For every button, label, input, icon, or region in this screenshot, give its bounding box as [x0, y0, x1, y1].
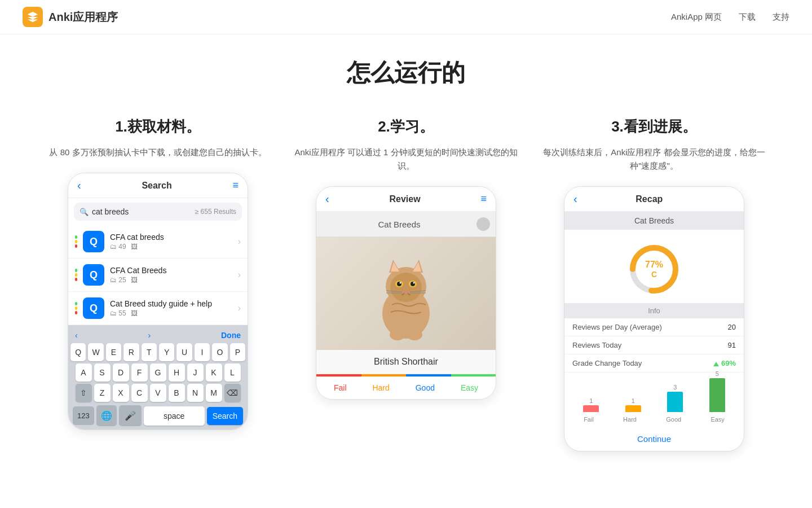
key-s[interactable]: S — [94, 364, 111, 382]
key-b[interactable]: B — [169, 384, 185, 402]
deck-list: Q CFA cat breeds 🗂 49 🖼 › — [68, 225, 248, 325]
nav-download[interactable]: 下载 — [739, 12, 756, 23]
step-2-title: 2.学习。 — [378, 117, 434, 137]
keyboard-row-1: Q W E R T Y U I O P — [70, 343, 245, 361]
bar-chart-labels: Fail Hard Good Easy — [570, 414, 738, 423]
step-3-title: 3.看到进展。 — [611, 117, 697, 137]
deck-item-3[interactable]: Q Cat Breed study guide + help 🗂 55 🖼 › — [68, 292, 248, 325]
phone-search-header: ‹ Search ≡ — [68, 173, 248, 198]
back-button[interactable]: ‹ — [77, 179, 81, 192]
deck-color-bars-1 — [75, 235, 77, 248]
kb-back-btn[interactable]: ‹ — [75, 331, 78, 340]
deck-cards-3: 🗂 55 — [110, 309, 126, 317]
key-x[interactable]: X — [113, 384, 129, 402]
main-nav: AnkiApp 网页 下载 支持 — [671, 12, 789, 23]
key-search[interactable]: Search — [207, 407, 243, 425]
recap-donut-container: 77% C — [564, 230, 744, 303]
phone-search: ‹ Search ≡ 🔍 cat breeds ≥ 655 Results — [68, 173, 248, 430]
btn-easy[interactable]: Easy — [461, 383, 478, 392]
bar-chart-bars: 1 1 3 5 — [570, 378, 738, 412]
kb-forward-btn[interactable]: › — [148, 331, 151, 340]
bar-col-fail: 1 — [583, 397, 599, 412]
logo-text: Anki应用程序 — [48, 10, 118, 25]
key-w[interactable]: W — [88, 343, 103, 361]
deck-img-1: 🖼 — [131, 243, 138, 251]
key-v[interactable]: V — [150, 384, 166, 402]
deck-icon-1: Q — [83, 231, 104, 252]
key-e[interactable]: E — [106, 343, 121, 361]
key-i[interactable]: I — [195, 343, 210, 361]
review-back-btn[interactable]: ‹ — [325, 192, 329, 205]
step-2-column: 2.学习。 Anki应用程序 可以通过 1 分钟或更短的时间快速测试您的知识。 … — [282, 117, 530, 452]
recap-stat-value-1: 20 — [728, 323, 736, 331]
deck-info-2: CFA Cat Breeds 🗂 25 🖼 — [110, 266, 232, 284]
key-h[interactable]: H — [169, 364, 185, 382]
donut-label: 77% C — [645, 260, 663, 279]
bar-col-easy: 5 — [709, 370, 725, 412]
deck-item-2[interactable]: Q CFA Cat Breeds 🗂 25 🖼 › — [68, 259, 248, 292]
key-u[interactable]: U — [176, 343, 192, 361]
svg-point-19 — [407, 329, 422, 340]
key-d[interactable]: D — [113, 364, 129, 382]
continue-button[interactable]: Continue — [637, 434, 671, 444]
nav-support[interactable]: 支持 — [773, 12, 789, 23]
keyboard: ‹ › Done Q W E R T Y U I O P A — [68, 325, 248, 430]
bar-green-3 — [75, 302, 77, 305]
deck-item-1[interactable]: Q CFA cat breeds 🗂 49 🖼 › — [68, 225, 248, 259]
bar-label-good: Good — [666, 416, 681, 423]
recap-stat-label-1: Reviews per Day (Average) — [572, 323, 662, 331]
bar-yellow — [75, 240, 77, 243]
key-f[interactable]: F — [131, 364, 148, 382]
donut-percent: 77% — [645, 260, 663, 270]
btn-good[interactable]: Good — [416, 383, 435, 392]
deck-info-1: CFA cat breeds 🗂 49 🖼 — [110, 233, 232, 251]
search-bar[interactable]: 🔍 cat breeds ≥ 655 Results — [74, 203, 242, 221]
recap-continue[interactable]: Continue — [564, 427, 744, 451]
bar-yellow-3 — [75, 306, 77, 310]
key-c[interactable]: C — [131, 384, 148, 402]
review-card: Cat Breeds — [316, 212, 496, 399]
hamburger-icon[interactable]: ≡ — [232, 179, 239, 191]
deck-meta-1: 🗂 49 🖼 — [110, 243, 232, 251]
key-y[interactable]: Y — [159, 343, 174, 361]
key-q[interactable]: Q — [70, 343, 86, 361]
key-j[interactable]: J — [187, 364, 204, 382]
bar-rect-fail — [583, 405, 599, 412]
review-hamburger-icon[interactable]: ≡ — [480, 193, 487, 205]
bar-num-fail: 1 — [589, 397, 593, 404]
review-card-image — [316, 237, 496, 350]
deck-arrow-1: › — [238, 237, 241, 247]
key-g[interactable]: G — [150, 364, 166, 382]
key-delete[interactable]: ⌫ — [224, 384, 241, 402]
recap-back-btn[interactable]: ‹ — [573, 192, 577, 205]
kb-done-btn[interactable]: Done — [221, 331, 241, 340]
key-o[interactable]: O — [212, 343, 227, 361]
bar-green-2 — [75, 269, 77, 272]
bar-green — [75, 235, 77, 239]
keyboard-nav: ‹ › Done — [70, 329, 245, 343]
btn-hard[interactable]: Hard — [372, 383, 389, 392]
key-a[interactable]: A — [76, 364, 92, 382]
phone-recap-header: ‹ Recap — [564, 187, 744, 212]
key-n[interactable]: N — [187, 384, 204, 402]
key-l[interactable]: L — [224, 364, 241, 382]
bar-hard — [361, 374, 407, 376]
key-r[interactable]: R — [123, 343, 139, 361]
key-t[interactable]: T — [142, 343, 157, 361]
btn-fail[interactable]: Fail — [334, 383, 347, 392]
key-k[interactable]: K — [206, 364, 222, 382]
key-space[interactable]: space — [144, 406, 205, 426]
key-p[interactable]: P — [230, 343, 245, 361]
nav-ankiapp[interactable]: AnkiApp 网页 — [671, 12, 722, 23]
key-z[interactable]: Z — [94, 384, 111, 402]
key-shift[interactable]: ⇧ — [76, 384, 92, 402]
key-m[interactable]: M — [206, 384, 222, 402]
search-input[interactable]: cat breeds — [92, 207, 195, 216]
key-mic[interactable]: 🎤 — [119, 405, 142, 426]
key-globe[interactable]: 🌐 — [96, 405, 117, 426]
recap-deck-bar: Cat Breeds — [564, 212, 744, 230]
deck-arrow-2: › — [238, 270, 241, 280]
review-buttons: Fail Hard Good Easy — [316, 376, 496, 399]
review-progress-dot — [476, 217, 490, 231]
key-123[interactable]: 123 — [73, 406, 94, 425]
